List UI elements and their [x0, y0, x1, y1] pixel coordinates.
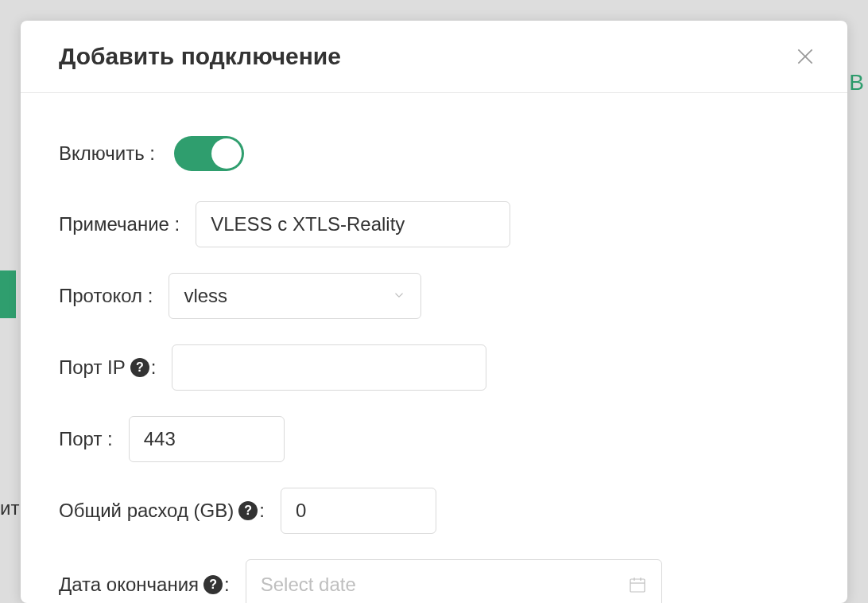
date-label: Дата окончания ? : [59, 574, 230, 596]
portip-label: Порт IP ? : [59, 356, 156, 379]
protocol-row: Протокол : vless [59, 273, 809, 319]
date-placeholder: Select date [261, 574, 356, 596]
note-label: Примечание : [59, 213, 180, 235]
total-row: Общий расход (GB) ? : [59, 488, 809, 534]
enable-row: Включить : [59, 131, 809, 176]
portip-row: Порт IP ? : [59, 344, 809, 391]
port-row: Порт : [59, 416, 809, 462]
total-label: Общий расход (GB) ? : [59, 500, 265, 522]
bg-stripe [0, 270, 16, 318]
svg-rect-2 [630, 579, 645, 592]
modal-body: Включить : Примечание : Протокол : vless… [21, 93, 847, 603]
bg-text: ит [0, 497, 19, 519]
help-icon[interactable]: ? [238, 501, 258, 520]
bg-letter: В [849, 70, 864, 95]
modal-title: Добавить подключение [59, 43, 341, 70]
enable-toggle[interactable] [174, 136, 244, 171]
date-row: Дата окончания ? : Select date [59, 559, 809, 603]
date-picker[interactable]: Select date [246, 559, 662, 603]
port-input[interactable] [129, 416, 285, 462]
calendar-icon [628, 575, 647, 594]
enable-label: Включить : [59, 142, 155, 165]
total-input[interactable] [281, 488, 436, 534]
port-label: Порт : [59, 428, 113, 450]
protocol-value: vless [184, 285, 227, 307]
help-icon[interactable]: ? [130, 358, 149, 377]
toggle-knob [211, 138, 242, 169]
protocol-select[interactable]: vless [169, 273, 421, 319]
close-icon [795, 46, 816, 67]
portip-input[interactable] [172, 344, 486, 391]
help-icon[interactable]: ? [203, 575, 223, 594]
modal-header: Добавить подключение [21, 21, 847, 93]
protocol-label: Протокол : [59, 285, 153, 307]
close-button[interactable] [795, 46, 816, 67]
note-input[interactable] [196, 201, 510, 247]
add-connection-modal: Добавить подключение Включить : Примечан… [21, 21, 847, 603]
note-row: Примечание : [59, 201, 809, 247]
chevron-down-icon [392, 285, 406, 307]
